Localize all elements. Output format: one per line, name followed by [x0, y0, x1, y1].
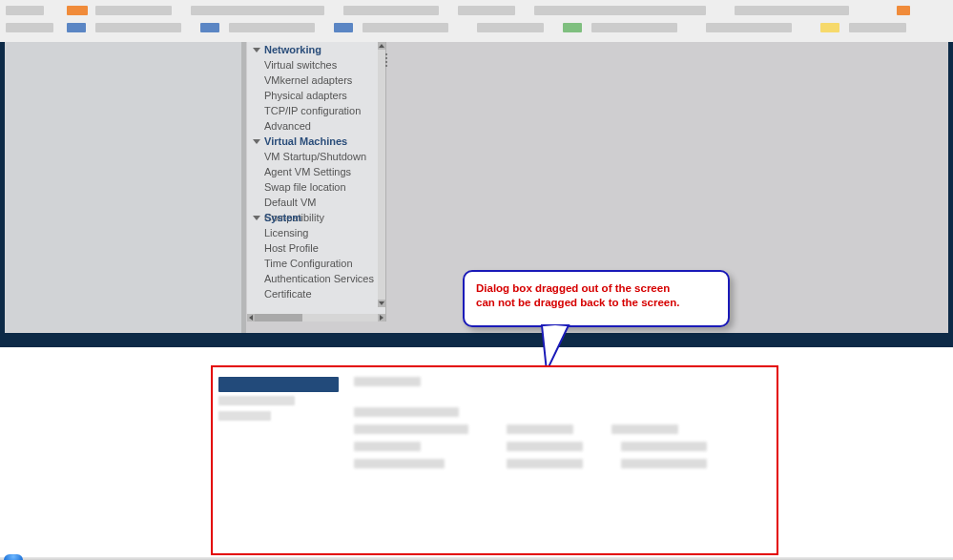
triangle-right-icon — [380, 315, 383, 321]
left-panel — [5, 42, 241, 333]
triangle-up-icon — [379, 44, 384, 48]
tree-item-default-vm-compatibility[interactable]: Default VM Compatibility — [247, 195, 379, 210]
tree-group-label: System — [264, 212, 301, 223]
triangle-left-icon — [249, 315, 253, 321]
chevron-down-icon — [253, 48, 260, 52]
dialog-sidebar-item[interactable] — [218, 411, 271, 421]
tree-group-networking[interactable]: Networking — [247, 42, 379, 57]
annotation-callout: Dialog box dragged out of the screen can… — [463, 270, 730, 327]
scroll-right-button[interactable] — [378, 314, 385, 321]
dialog-sidebar-selected[interactable] — [218, 377, 339, 392]
tree-item-advanced[interactable]: Advanced — [247, 118, 379, 134]
start-button-icon[interactable] — [4, 554, 23, 560]
scroll-thumb[interactable] — [255, 314, 302, 321]
chevron-down-icon — [253, 139, 260, 144]
table-cell — [611, 425, 678, 434]
tree-group-label: Virtual Machines — [264, 135, 347, 147]
dialog-subheading — [354, 407, 459, 417]
chevron-down-icon — [253, 216, 260, 220]
scroll-left-button[interactable] — [247, 314, 255, 321]
tree-item-tcpip-configuration[interactable]: TCP/IP configuration — [247, 103, 379, 118]
splitter-handle[interactable] — [385, 52, 387, 69]
scroll-down-button[interactable] — [378, 300, 385, 307]
scroll-up-button[interactable] — [378, 42, 385, 50]
tree-vertical-scrollbar[interactable] — [378, 42, 385, 307]
table-row — [354, 442, 769, 451]
table-cell — [507, 459, 583, 468]
tree-item-licensing[interactable]: Licensing — [247, 225, 379, 240]
browser-chrome-blur — [0, 0, 953, 42]
triangle-down-icon — [379, 301, 384, 305]
table-cell — [507, 442, 583, 451]
tree-item-vm-startup-shutdown[interactable]: VM Startup/Shutdown — [247, 149, 379, 164]
dialog-heading — [354, 377, 421, 386]
dialog-sidebar — [218, 377, 339, 426]
offscreen-dialog[interactable] — [211, 365, 778, 555]
tree-item-virtual-switches[interactable]: Virtual switches — [247, 57, 379, 73]
tree-item-agent-vm-settings[interactable]: Agent VM Settings — [247, 164, 379, 179]
tree-item-time-configuration[interactable]: Time Configuration — [247, 256, 379, 271]
callout-text-line2: can not be dragged back to the screen. — [476, 296, 716, 310]
tree-group-virtual-machines[interactable]: Virtual Machines — [247, 134, 379, 149]
dialog-content — [354, 377, 769, 476]
settings-tree: Networking Virtual switches VMkernel ada… — [247, 42, 386, 321]
tree-item-host-profile[interactable]: Host Profile — [247, 240, 379, 256]
tree-item-swap-file-location[interactable]: Swap file location — [247, 179, 379, 195]
tree-item-authentication-services[interactable]: Authentication Services — [247, 271, 379, 286]
table-row — [354, 459, 769, 468]
scroll-track[interactable] — [378, 55, 385, 256]
table-cell — [621, 459, 707, 468]
table-cell — [354, 459, 445, 468]
table-cell — [507, 425, 573, 434]
tree-horizontal-scrollbar[interactable] — [247, 314, 385, 321]
tree-item-physical-adapters[interactable]: Physical adapters — [247, 88, 379, 103]
tree-item-certificate[interactable]: Certificate — [247, 286, 379, 301]
table-cell — [354, 425, 468, 434]
scroll-track[interactable] — [255, 314, 378, 321]
dialog-sidebar-item[interactable] — [218, 396, 295, 405]
table-cell — [354, 442, 421, 451]
svg-marker-0 — [542, 325, 569, 371]
table-row — [354, 425, 769, 434]
table-cell — [621, 442, 707, 451]
callout-text-line1: Dialog box dragged out of the screen — [476, 281, 716, 296]
tree-item-vmkernel-adapters[interactable]: VMkernel adapters — [247, 73, 379, 88]
tree-group-label: Networking — [264, 44, 321, 55]
